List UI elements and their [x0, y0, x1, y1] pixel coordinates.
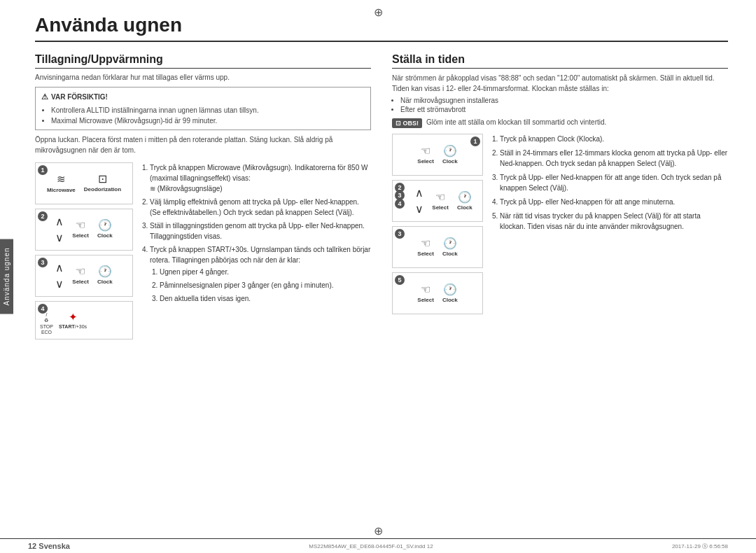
footer-date: 2017-11-29 ⓢ 6:56:58: [672, 542, 728, 550]
right-intro: När strömmen är påkopplad visas "88:88" …: [392, 73, 728, 94]
r-clock-icon-2: 🕐 Clock: [457, 192, 472, 211]
up-arrow-3: ∧: [55, 261, 64, 274]
deodorization-btn-icon: ⊡ Deodorization: [84, 174, 121, 192]
r-select-icon-3: ☜ Select: [417, 238, 434, 257]
start-label: START/+30s: [59, 324, 87, 329]
left-intro: Anvisningarna nedan förklarar hur mat ti…: [35, 73, 371, 83]
r-up-2: ∧: [415, 186, 424, 200]
r-hand-2: ☜: [435, 192, 445, 203]
deodor-icon: ⊡: [98, 174, 107, 185]
right-column: Ställa in tiden När strömmen är påkoppla…: [392, 53, 728, 538]
r-clock-icon-3: 🕐 Clock: [442, 238, 458, 257]
step4-sub2: Påminnelsesignalen piper 3 gånger (en gå…: [160, 280, 371, 290]
r-select-icon-1: ☜ Select: [417, 146, 434, 164]
bottom-crosshair: ⊕: [374, 524, 383, 538]
r-step1: Tryck på knappen Clock (Klocka).: [500, 134, 728, 144]
left-section-title: Tillagning/Uppvärmning: [35, 53, 371, 69]
warning-box: VAR FÖRSIKTIG! Kontrollera ALLTID instäl…: [35, 87, 371, 130]
right-diag3-number: 3: [395, 229, 405, 239]
right-section-title: Ställa in tiden: [392, 53, 728, 69]
main-content: Använda ugnen Tillagning/Uppvärmning Anv…: [35, 0, 728, 538]
wave-icon: ≋: [57, 173, 66, 186]
slash-sym: /: [46, 312, 47, 317]
diagram-box-3: 3 ∧ ∨ ☜ Select 🕐 Clock: [35, 255, 133, 297]
r-clock-label-5: Clock: [442, 297, 458, 303]
down-arrow-3: ∨: [55, 277, 64, 290]
step1: Tryck på knappen Microwave (Mikrovågsugn…: [150, 162, 371, 194]
microwave-label: Microwave: [47, 187, 76, 193]
warning-title: VAR FÖRSIKTIG!: [41, 91, 365, 103]
footer-page-number: 12 Svenska: [28, 542, 70, 550]
r-hand-1: ☜: [421, 146, 430, 157]
top-crosshair: ⊕: [374, 6, 383, 19]
stop-label: STOP: [40, 324, 53, 329]
r-step5: När rätt tid visas trycker du på knappen…: [500, 211, 728, 232]
r-clock-3: 🕐: [443, 238, 457, 249]
r-select-icon-5: ☜ Select: [417, 284, 434, 303]
step4-sub1: Ugnen piper 4 gånger.: [160, 267, 371, 277]
left-column: Tillagning/Uppvärmning Anvisningarna ned…: [35, 53, 371, 538]
warning-item-1: Kontrollera ALLTID inställningarna innan…: [51, 105, 365, 115]
step1-sub: ≋ (Mikrovågsugnsläge): [150, 185, 223, 192]
left-steps-area: 1 ≋ Microwave ⊡ Deodorization: [35, 162, 371, 340]
clock-icon-3: 🕐: [98, 266, 112, 277]
r-hand-5: ☜: [421, 284, 430, 295]
eco-label: ECO: [41, 330, 52, 335]
left-body-text: Öppna luckan. Placera först maten i mitt…: [35, 134, 371, 155]
right-diagram-1: 1 ☜ Select 🕐 Clock: [392, 134, 483, 176]
side-tab: Använda ugnen: [0, 239, 13, 314]
step3: Ställ in tillaggningstiden genom att try…: [150, 220, 371, 241]
warning-item-2: Maximal Microwave (Mikrovågsugn)-tid är …: [51, 115, 365, 126]
clock-btn-icon-3: 🕐 Clock: [97, 266, 113, 285]
start-icon-item: ✦ START/+30s: [59, 311, 87, 329]
r-clock-2: 🕐: [458, 192, 472, 203]
diag1-number: 1: [38, 165, 48, 175]
down-arrow-2: ∨: [55, 231, 64, 244]
clock-label-2: Clock: [97, 232, 113, 239]
right-bullets: När mikrovågsugnen installeras Efter ett…: [392, 97, 728, 115]
hand-icon-3: ☜: [76, 266, 85, 277]
clock-icon-2: 🕐: [98, 220, 112, 231]
page-wrapper: ⊕ Använda ugnen Använda ugnen Tillagning…: [0, 0, 756, 553]
r-select-1: Select: [417, 158, 434, 164]
diagram-box-4: 4 ⊘ / ♻ STOP ECO ✦: [35, 301, 133, 340]
step4-sub3: Den aktuella tiden visas igen.: [160, 293, 371, 304]
clock-label-3: Clock: [97, 279, 113, 285]
r-clock-1: 🕐: [443, 146, 457, 157]
warning-body: Kontrollera ALLTID inställningarna innan…: [41, 105, 365, 126]
hand-icon-2: ☜: [76, 220, 85, 231]
r-down-2: ∨: [415, 202, 424, 216]
r-clock-label-3: Clock: [442, 251, 458, 257]
r-select-icon-2: ☜ Select: [432, 192, 449, 211]
r-clock-icon-5: 🕐 Clock: [442, 284, 458, 303]
obs-text: Glöm inte att ställa om klockan till som…: [426, 118, 606, 127]
r-hand-3: ☜: [421, 238, 430, 249]
right-steps-area: 1 ☜ Select 🕐 Clock 2: [392, 134, 728, 314]
page-footer: 12 Svenska MS22M854AW_EE_DE68-04445F-01_…: [0, 538, 756, 553]
r-step3: Tryck på Upp- eller Ned-knappen för att …: [500, 172, 728, 193]
diagram-box-1: 1 ≋ Microwave ⊡ Deodorization: [35, 162, 133, 204]
footer-doc-id: MS22M854AW_EE_DE68-04445F-01_SV.indd 12: [309, 543, 433, 550]
obs-icon: ⊡ OBS!: [392, 118, 422, 128]
right-diagram-col: 1 ☜ Select 🕐 Clock 2: [392, 134, 483, 314]
right-diagram-3: 3 ☜ Select 🕐 Clock: [392, 226, 483, 268]
r-select-2: Select: [432, 204, 449, 211]
eco-sym: ♻: [44, 318, 48, 323]
diag3-number: 3: [38, 258, 48, 267]
diag4-number: 4: [38, 304, 48, 314]
right-diagram-5: 5 ☜ Select 🕐 Clock: [392, 272, 483, 314]
right-diag5-number: 5: [395, 275, 405, 285]
r-up-down-2: ∧ ∨: [415, 186, 424, 216]
select-btn-icon-3: ☜ Select: [72, 266, 89, 285]
obs-box: ⊡ OBS! Glöm inte att ställa om klockan t…: [392, 118, 728, 128]
right-bullet-2: Efter ett strömavbrott: [400, 106, 728, 113]
start-sym: ✦: [69, 311, 78, 323]
r-select-3: Select: [417, 251, 434, 257]
left-diagram-col: 1 ≋ Microwave ⊡ Deodorization: [35, 162, 133, 340]
diagram-box-2: 2 ∧ ∨ ☜ Select 🕐 Clock: [35, 209, 133, 251]
right-steps-col: Tryck på knappen Clock (Klocka). Ställ i…: [490, 134, 728, 314]
r-select-5: Select: [417, 297, 434, 303]
r-clock-label-2: Clock: [457, 204, 472, 211]
up-down-arrows-2: ∧ ∨: [55, 215, 64, 244]
right-diagram-2: 2 3 4 ∧ ∨ ☜ Select: [392, 180, 483, 222]
